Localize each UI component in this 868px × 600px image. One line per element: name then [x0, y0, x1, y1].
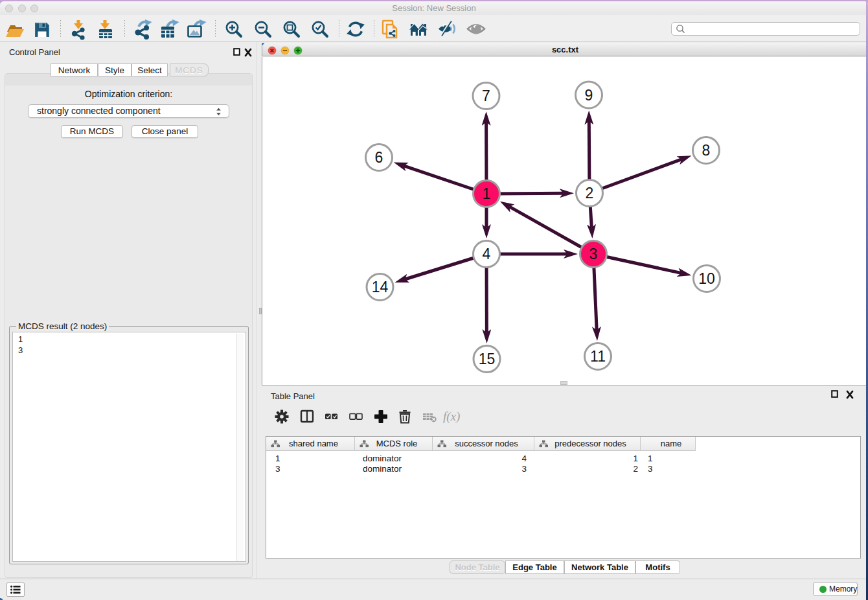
- svg-text:f(x): f(x): [443, 410, 460, 424]
- svg-text:3: 3: [589, 246, 598, 262]
- svg-text:15: 15: [479, 351, 496, 367]
- svg-text:6: 6: [375, 149, 383, 166]
- svg-text:14: 14: [372, 279, 389, 295]
- svg-text:10: 10: [698, 270, 715, 287]
- svg-text:11: 11: [590, 348, 606, 365]
- svg-text:8: 8: [702, 142, 711, 159]
- svg-text:9: 9: [585, 87, 593, 104]
- svg-text:2: 2: [586, 185, 594, 202]
- svg-text:4: 4: [483, 246, 491, 262]
- svg-text:1: 1: [483, 185, 491, 202]
- svg-text:7: 7: [482, 87, 490, 104]
